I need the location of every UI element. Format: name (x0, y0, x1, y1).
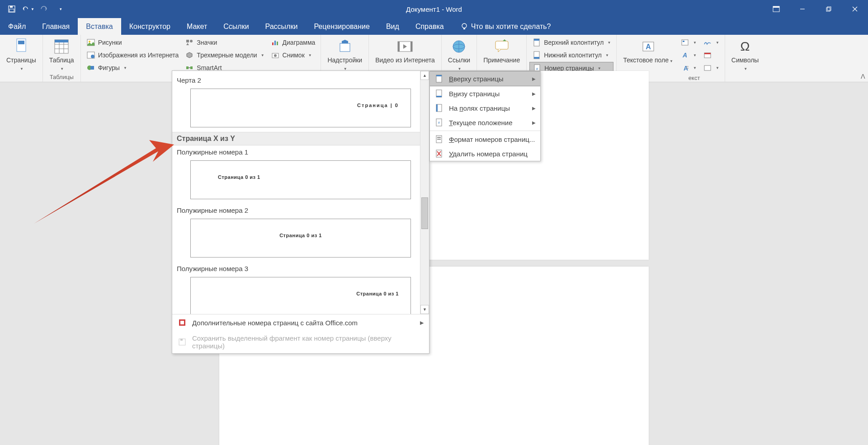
text-box-icon: A (639, 37, 657, 56)
chart-icon (271, 38, 280, 47)
close-icon[interactable] (842, 0, 868, 18)
save-icon[interactable] (5, 3, 18, 15)
scroll-thumb[interactable] (421, 197, 428, 229)
svg-rect-46 (534, 57, 539, 59)
redo-icon (38, 3, 51, 15)
maximize-icon[interactable] (816, 0, 842, 18)
window-title: Документ1 - Word (406, 5, 462, 13)
icons-button[interactable]: Значки (182, 37, 267, 48)
3d-models-icon (185, 51, 194, 60)
comment-button[interactable]: Примечание (480, 37, 524, 65)
svg-point-21 (89, 41, 90, 42)
svg-rect-11 (463, 28, 465, 29)
tab-layout[interactable]: Макет (179, 18, 215, 35)
svg-rect-66 (436, 75, 442, 76)
comment-icon (493, 37, 511, 56)
gallery-preview[interactable]: Страница 0 из 1 (190, 219, 411, 258)
icons-icon (185, 38, 194, 47)
tab-home[interactable]: Главная (34, 18, 78, 35)
tab-help[interactable]: Справка (407, 18, 452, 35)
footer-button[interactable]: Нижний колонтитул▼ (529, 49, 613, 61)
tab-insert[interactable]: Вставка (78, 18, 121, 35)
chevron-right-icon: ▶ (532, 106, 536, 111)
group-label-text: екст (643, 74, 745, 82)
text-box-button[interactable]: A Текстовое поле▼ (619, 37, 677, 65)
header-button[interactable]: Верхний колонтитул▼ (529, 37, 613, 48)
gallery-item-title: Черта 2 (177, 74, 425, 86)
submenu-top-of-page[interactable]: Вверху страницы ▶ (430, 71, 540, 86)
signature-line-button[interactable]: ▼ (700, 37, 722, 48)
tab-view[interactable]: Вид (378, 18, 407, 35)
minimize-icon[interactable] (789, 0, 816, 18)
more-page-numbers-office[interactable]: Дополнительные номера страниц с сайта Of… (172, 314, 429, 331)
pictures-button[interactable]: Рисунки (84, 37, 182, 48)
undo-icon[interactable]: ▼ (22, 3, 34, 15)
svg-rect-68 (436, 96, 442, 97)
tab-design[interactable]: Конструктор (121, 18, 179, 35)
date-time-button[interactable] (700, 49, 722, 61)
wordart-icon: A (680, 51, 689, 60)
submenu-remove-page-numbers[interactable]: Удалить номера страниц (430, 146, 540, 161)
3d-models-button[interactable]: Трехмерные модели▼ (182, 49, 267, 61)
links-button[interactable]: Ссылки▼ (444, 37, 474, 73)
gallery-scrollbar[interactable]: ▲ ▼ (420, 71, 429, 314)
gallery-preview[interactable]: Страница 0 из 1 (190, 277, 411, 314)
tell-me[interactable]: Что вы хотите сделать? (452, 18, 559, 35)
svg-rect-29 (190, 66, 193, 69)
chevron-right-icon: ▶ (532, 76, 536, 81)
group-label-tables: Таблицы (46, 73, 78, 81)
format-numbers-icon (434, 135, 443, 144)
gallery-preview[interactable]: Страница | 0 (190, 89, 411, 127)
gallery-preview[interactable]: Страница 0 из 1 (190, 160, 411, 199)
link-icon (450, 37, 468, 56)
table-icon (52, 37, 71, 56)
addins-button[interactable]: Надстройки▼ (324, 37, 366, 73)
header-icon (532, 38, 541, 47)
submenu-format-page-numbers[interactable]: Формат номеров страниц... (430, 132, 540, 146)
page-margins-icon (434, 103, 443, 112)
wordart-button[interactable]: A▼ (678, 49, 699, 61)
shapes-icon (86, 63, 95, 72)
tab-mailings[interactable]: Рассылки (257, 18, 306, 35)
pages-button[interactable]: Страницы▼ (3, 37, 40, 73)
svg-rect-31 (274, 41, 276, 45)
screenshot-button[interactable]: Снимок▼ (268, 49, 318, 61)
svg-point-23 (91, 55, 94, 58)
tab-file[interactable]: Файл (0, 18, 34, 35)
object-button[interactable]: ▼ (700, 62, 722, 74)
symbols-button[interactable]: Ω Символы▼ (728, 37, 763, 73)
page-top-icon (434, 74, 443, 83)
submenu-bottom-of-page[interactable]: Внизу страницы ▶ (430, 86, 540, 101)
scroll-up-icon[interactable]: ▲ (420, 71, 429, 80)
tab-review[interactable]: Рецензирование (306, 18, 378, 35)
scroll-down-icon[interactable]: ▼ (420, 305, 429, 314)
quick-parts-button[interactable]: ▼ (678, 37, 699, 48)
qat-customize-icon[interactable]: ▾ (54, 3, 67, 15)
svg-rect-26 (186, 40, 189, 42)
svg-point-10 (462, 23, 467, 28)
ribbon-display-options-icon[interactable] (763, 0, 789, 18)
online-video-button[interactable]: Видео из Интернета (372, 37, 439, 65)
svg-text:#: # (438, 121, 440, 124)
svg-rect-75 (437, 139, 441, 140)
current-position-icon: # (434, 118, 443, 127)
collapse-ribbon-icon[interactable]: ᐱ (861, 73, 865, 80)
svg-rect-70 (436, 104, 438, 112)
footer-icon (532, 51, 541, 60)
table-button[interactable]: Таблица▼ (46, 37, 78, 73)
svg-text:Ω: Ω (741, 39, 750, 53)
page-number-gallery: Черта 2 Страница | 0 Страница X из Y Пол… (172, 70, 429, 354)
date-time-icon (703, 51, 712, 60)
submenu-current-position[interactable]: # Текущее положение ▶ (430, 115, 540, 130)
svg-text:A: A (682, 52, 687, 59)
page-number-submenu: Вверху страницы ▶ Внизу страницы ▶ На по… (429, 70, 541, 161)
submenu-page-margins[interactable]: На полях страницы ▶ (430, 101, 540, 115)
svg-rect-44 (534, 39, 539, 41)
tab-references[interactable]: Ссылки (215, 18, 257, 35)
chart-button[interactable]: Диаграмма (268, 37, 318, 48)
gallery-item-title: Полужирные номера 1 (177, 145, 425, 158)
shapes-button[interactable]: Фигуры▼ (84, 62, 182, 74)
object-icon (703, 63, 712, 72)
online-pictures-button[interactable]: Изображения из Интернета (84, 49, 182, 61)
drop-cap-button[interactable]: A▼ (678, 62, 699, 74)
